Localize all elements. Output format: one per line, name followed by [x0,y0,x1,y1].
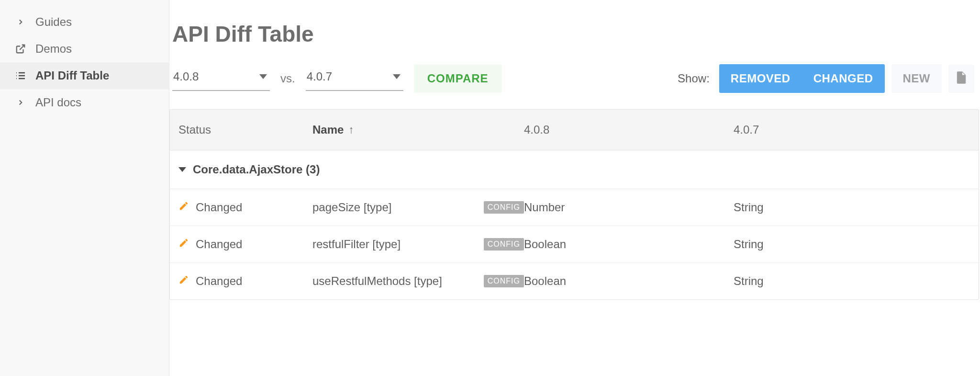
chevron-down-icon [393,74,401,79]
sidebar-item-api-docs[interactable]: API docs [0,89,169,116]
external-link-icon [14,43,27,55]
name-text: restfulFilter [type] [312,238,479,251]
config-badge: CONFIG [484,238,524,251]
column-header-name-label: Name [312,123,344,137]
export-excel-button[interactable] [948,65,974,93]
status-text: Changed [196,274,242,288]
table-header-row: Status Name ↑ 4.0.8 4.0.7 [170,110,979,150]
chevron-right-icon [14,16,27,28]
vs-label: vs. [280,72,295,85]
sidebar-item-label: Demos [35,42,72,56]
status-text: Changed [196,238,242,251]
compare-button[interactable]: COMPARE [414,64,502,93]
group-row[interactable]: Core.data.AjaxStore (3) [170,150,979,189]
show-label: Show: [678,72,710,85]
cell-status: Changed [178,274,312,288]
filter-new-button[interactable]: NEW [891,64,942,93]
svg-line-0 [20,45,24,50]
sidebar-item-demos[interactable]: Demos [0,35,169,62]
cell-name: pageSize [type] CONFIG [312,201,524,214]
filter-controls: Show: REMOVED CHANGED NEW [678,64,980,93]
caret-down-icon [178,167,186,172]
sidebar-item-api-diff-table[interactable]: API Diff Table [0,62,169,89]
sidebar-item-label: API Diff Table [35,69,109,82]
column-header-v2[interactable]: 4.0.7 [734,123,970,137]
version-from-select[interactable]: 4.0.8 [172,66,270,91]
group-title: Core.data.AjaxStore (3) [193,163,320,176]
page-title: API Diff Table [172,21,980,64]
sidebar-item-guides[interactable]: Guides [0,9,169,35]
filter-changed-button[interactable]: CHANGED [802,64,885,93]
main: API Diff Table 4.0.8 vs. 4.0.7 COMPARE S… [169,0,980,376]
chevron-down-icon [259,74,267,79]
version-from-value: 4.0.8 [173,70,199,83]
status-text: Changed [196,201,242,214]
cell-v1: Boolean [524,238,734,251]
column-header-name[interactable]: Name ↑ [312,123,524,137]
diff-table: Status Name ↑ 4.0.8 4.0.7 Core.data.Ajax… [169,109,979,300]
name-text: useRestfulMethods [type] [312,274,479,288]
sort-asc-icon: ↑ [348,124,354,136]
pencil-icon [178,201,189,214]
column-header-v1[interactable]: 4.0.8 [524,123,734,137]
cell-name: useRestfulMethods [type] CONFIG [312,274,524,288]
name-text: pageSize [type] [312,201,479,214]
cell-v1: Boolean [524,274,734,288]
file-excel-icon [956,71,967,86]
cell-v2: String [734,201,970,214]
sidebar: Guides Demos API Diff Table API docs [0,0,169,376]
filter-removed-button[interactable]: REMOVED [719,64,802,93]
cell-v1: Number [524,201,734,214]
pencil-icon [178,238,189,251]
cell-status: Changed [178,238,312,251]
table-row: Changed restfulFilter [type] CONFIG Bool… [170,226,979,263]
list-icon [14,69,27,82]
version-to-select[interactable]: 4.0.7 [306,66,403,91]
pencil-icon [178,274,189,288]
chevron-right-icon [14,96,27,109]
cell-name: restfulFilter [type] CONFIG [312,238,524,251]
version-to-value: 4.0.7 [307,70,332,83]
config-badge: CONFIG [484,275,524,287]
table-row: Changed useRestfulMethods [type] CONFIG … [170,263,979,299]
cell-v2: String [734,274,970,288]
column-header-status[interactable]: Status [178,123,312,137]
sidebar-item-label: API docs [35,96,81,109]
cell-status: Changed [178,201,312,214]
cell-v2: String [734,238,970,251]
sidebar-item-label: Guides [35,15,72,29]
config-badge: CONFIG [484,201,524,214]
table-row: Changed pageSize [type] CONFIG Number St… [170,189,979,226]
controls-bar: 4.0.8 vs. 4.0.7 COMPARE Show: REMOVED CH… [172,64,980,93]
filter-group: REMOVED CHANGED [719,64,885,93]
